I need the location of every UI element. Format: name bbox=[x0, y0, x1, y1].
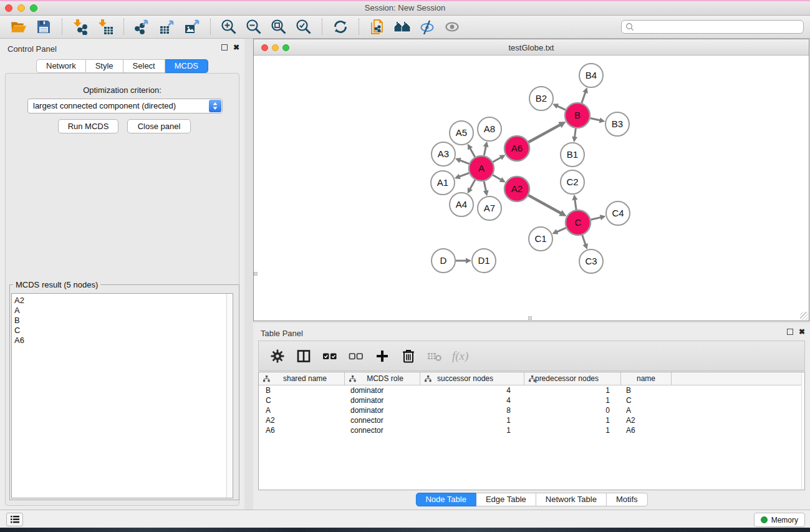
column-label: name bbox=[637, 374, 655, 383]
float-table-panel-icon[interactable] bbox=[787, 329, 793, 335]
column-header-shared-name[interactable]: shared name bbox=[259, 372, 345, 385]
import-network-icon[interactable] bbox=[71, 18, 90, 36]
column-header-mcds-role[interactable]: MCDS role bbox=[345, 372, 420, 385]
result-item[interactable]: A bbox=[12, 306, 233, 316]
tab-select[interactable]: Select bbox=[123, 59, 165, 73]
close-panel-icon[interactable]: ✖ bbox=[233, 44, 239, 51]
cell-mcds-role[interactable]: dominator bbox=[345, 396, 420, 405]
mcds-result-list[interactable]: A2 A B C A6 bbox=[11, 293, 233, 498]
home-icon[interactable] bbox=[393, 18, 412, 36]
tab-network[interactable]: Network bbox=[36, 59, 86, 73]
cell-name[interactable]: A2 bbox=[621, 416, 672, 425]
tab-node-table[interactable]: Node Table bbox=[415, 493, 476, 506]
cell-successor-nodes[interactable]: 4 bbox=[420, 386, 524, 395]
table-row[interactable]: A dominator 8 0 A bbox=[259, 405, 804, 415]
close-table-panel-icon[interactable]: ✖ bbox=[799, 329, 805, 335]
cell-shared-name[interactable]: A bbox=[259, 406, 345, 415]
cell-mcds-role[interactable]: dominator bbox=[345, 406, 420, 415]
search-field[interactable] bbox=[621, 20, 804, 34]
import-table-icon[interactable] bbox=[96, 18, 115, 36]
refresh-icon[interactable] bbox=[331, 18, 350, 36]
column-header-name[interactable]: name bbox=[621, 372, 672, 385]
table-toolbar: f(x) bbox=[258, 341, 805, 371]
criterion-dropdown[interactable]: largest connected component (directed) bbox=[27, 99, 223, 114]
cell-predecessor-nodes[interactable]: 1 bbox=[524, 416, 621, 425]
export-table-icon[interactable] bbox=[158, 18, 176, 36]
tab-mcds[interactable]: MCDS bbox=[165, 59, 208, 73]
run-mcds-button[interactable]: Run MCDS bbox=[58, 119, 118, 133]
cell-shared-name[interactable]: C bbox=[259, 396, 345, 405]
show-log-button[interactable] bbox=[6, 513, 23, 526]
result-item[interactable]: A2 bbox=[12, 294, 233, 306]
cell-shared-name[interactable]: A2 bbox=[259, 416, 345, 425]
table-row[interactable]: C dominator 4 1 C bbox=[259, 395, 804, 405]
column-type-icon bbox=[529, 375, 536, 382]
window-resize-grip[interactable] bbox=[800, 312, 808, 320]
cell-successor-nodes[interactable]: 1 bbox=[420, 426, 524, 435]
cell-shared-name[interactable]: B bbox=[259, 386, 345, 395]
result-item[interactable]: B bbox=[12, 316, 233, 326]
zoom-selected-icon[interactable] bbox=[294, 18, 313, 36]
open-session-icon[interactable] bbox=[9, 18, 28, 36]
cell-name[interactable]: A6 bbox=[621, 426, 672, 435]
network-canvas[interactable]: B4B2BB3A8A5A6B1A3AC2A1A2A4A7C4CC1C3DD1 bbox=[254, 56, 809, 321]
cell-mcds-role[interactable]: connector bbox=[345, 426, 420, 435]
table-row[interactable]: A6 connector 1 1 A6 bbox=[259, 425, 804, 435]
column-label: MCDS role bbox=[367, 374, 403, 383]
cell-name[interactable]: B bbox=[621, 386, 672, 395]
graph-edge-B-B4 bbox=[582, 92, 586, 103]
table-scrollbar[interactable] bbox=[801, 372, 804, 490]
eye-icon[interactable] bbox=[443, 18, 461, 36]
cell-successor-nodes[interactable]: 4 bbox=[420, 396, 524, 405]
memory-button[interactable]: Memory bbox=[754, 513, 805, 527]
tab-style[interactable]: Style bbox=[86, 59, 123, 73]
zoom-out-icon[interactable] bbox=[244, 18, 263, 36]
graph-node-label: B bbox=[574, 110, 581, 120]
delete-table-icon[interactable] bbox=[426, 347, 443, 365]
table-settings-gear-icon[interactable] bbox=[269, 347, 286, 365]
cell-mcds-role[interactable]: connector bbox=[345, 416, 420, 425]
close-panel-button[interactable]: Close panel bbox=[127, 119, 191, 133]
result-item[interactable]: C bbox=[12, 326, 233, 336]
mcds-result-title: MCDS result (5 nodes) bbox=[13, 280, 100, 289]
cell-predecessor-nodes[interactable]: 0 bbox=[524, 406, 621, 415]
select-all-icon[interactable] bbox=[321, 347, 339, 365]
desktop-background bbox=[0, 528, 810, 532]
cell-predecessor-nodes[interactable]: 1 bbox=[524, 386, 621, 395]
column-header-predecessor-nodes[interactable]: predecessor nodes bbox=[524, 372, 621, 385]
tab-edge-table[interactable]: Edge Table bbox=[476, 493, 536, 506]
column-header-successor-nodes[interactable]: successor nodes bbox=[420, 372, 524, 385]
cell-successor-nodes[interactable]: 1 bbox=[420, 416, 524, 425]
delete-column-icon[interactable] bbox=[400, 347, 417, 365]
tab-network-table[interactable]: Network Table bbox=[536, 493, 607, 506]
zoom-fit-icon[interactable] bbox=[269, 18, 288, 36]
cell-predecessor-nodes[interactable]: 1 bbox=[524, 426, 621, 435]
cell-predecessor-nodes[interactable]: 1 bbox=[524, 396, 621, 405]
deselect-all-icon[interactable] bbox=[347, 347, 365, 365]
search-input[interactable] bbox=[634, 21, 803, 32]
cell-mcds-role[interactable]: dominator bbox=[345, 386, 420, 395]
result-list-scrollbar[interactable] bbox=[226, 294, 233, 498]
function-builder-icon[interactable]: f(x) bbox=[452, 349, 468, 363]
show-columns-icon[interactable] bbox=[295, 347, 312, 365]
cell-successor-nodes[interactable]: 8 bbox=[420, 406, 524, 415]
result-item[interactable]: A6 bbox=[12, 336, 233, 346]
save-session-icon[interactable] bbox=[34, 18, 53, 36]
export-network-icon[interactable] bbox=[133, 18, 152, 36]
graph-edge-A-A1 bbox=[459, 173, 469, 177]
export-image-icon[interactable] bbox=[183, 18, 201, 36]
cell-name[interactable]: C bbox=[621, 396, 672, 405]
view-handle[interactable] bbox=[254, 272, 258, 276]
zoom-in-icon[interactable] bbox=[219, 18, 238, 36]
view-handle[interactable] bbox=[528, 316, 532, 320]
add-column-icon[interactable] bbox=[374, 347, 391, 365]
cell-name[interactable]: A bbox=[621, 406, 672, 415]
float-panel-icon[interactable] bbox=[221, 44, 228, 51]
tab-motifs[interactable]: Motifs bbox=[607, 493, 648, 506]
network-file-icon[interactable] bbox=[368, 18, 387, 36]
cell-shared-name[interactable]: A6 bbox=[259, 426, 345, 435]
control-panel-title: Control Panel bbox=[7, 44, 57, 54]
table-row[interactable]: A2 connector 1 1 A2 bbox=[259, 415, 804, 425]
eye-slash-icon[interactable] bbox=[418, 18, 436, 36]
table-row[interactable]: B dominator 4 1 B bbox=[259, 385, 804, 395]
